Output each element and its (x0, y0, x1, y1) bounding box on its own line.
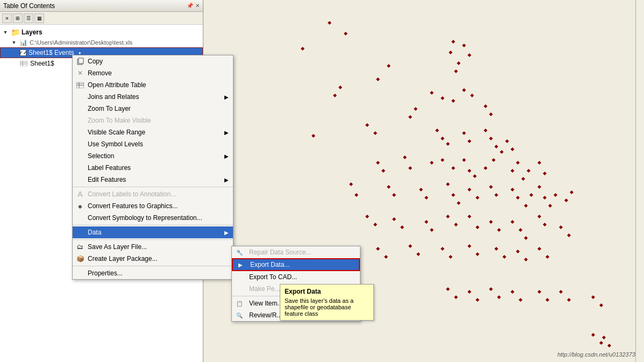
menu-use-symbol-label: Use Symbol Levels (88, 140, 143, 148)
sheet-events-label: Sheet1$ Events (29, 49, 74, 56)
submenu-export-data[interactable]: ▶ Export Data... (232, 258, 360, 271)
map-dot (400, 225, 404, 229)
menu-convert-labels-label: Convert Labels to Annotation... (88, 190, 176, 198)
map-dot (468, 139, 471, 143)
menu-data[interactable]: Data ▶ (73, 226, 233, 238)
menu-selection-label: Selection (88, 152, 114, 160)
menu-visible-scale[interactable]: Visible Scale Range ▶ (73, 126, 233, 138)
selection-arrow: ▶ (224, 153, 229, 159)
menu-use-symbol[interactable]: Use Symbol Levels (73, 138, 233, 150)
menu-save-layer[interactable]: 🗂 Save As Layer File... (73, 241, 233, 253)
map-dot (419, 188, 423, 191)
convert-features-icon: ◆ (75, 201, 86, 211)
map-dot (537, 247, 541, 251)
map-dot (414, 107, 417, 111)
path-row: ▼ 📊 C:\Users\Administrator\Desktop\test.… (0, 38, 203, 47)
menu-zoom-visible-label: Zoom To Make Visible (88, 117, 151, 124)
sep-1 (73, 187, 233, 187)
map-dot (489, 220, 493, 224)
pin-icon: 📌 (187, 3, 193, 9)
path-label: C:\Users\Administrator\Desktop\test.xls (30, 39, 132, 46)
map-dot (537, 185, 541, 189)
map-dot (408, 244, 412, 248)
copy-icon (75, 56, 86, 67)
map-dot (516, 161, 520, 165)
menu-remove[interactable]: ✕ Remove (73, 67, 233, 79)
menu-convert-symbology[interactable]: Convert Symbology to Representation... (73, 212, 233, 224)
map-dot (468, 215, 471, 218)
map-dot (489, 137, 493, 140)
map-dot (468, 244, 471, 248)
map-dot (451, 193, 455, 197)
scrollbar-right[interactable] (635, 0, 644, 362)
map-dot (441, 158, 444, 162)
menu-label-features[interactable]: Label Features (73, 162, 233, 174)
path-icon: 📊 (19, 39, 27, 46)
map-dot (500, 150, 504, 154)
map-dot (312, 134, 315, 138)
map-dot (489, 112, 493, 116)
map-dot (546, 255, 549, 259)
toc-btn-2[interactable]: ⊞ (13, 13, 23, 23)
map-dot (602, 336, 606, 339)
menu-copy[interactable]: Copy (73, 55, 233, 67)
map-dot (468, 290, 471, 294)
submenu-export-cad[interactable]: Export To CAD... (232, 271, 360, 283)
toc-btn-3[interactable]: ☰ (24, 13, 33, 23)
path-expand[interactable]: ▼ (11, 39, 17, 46)
map-dot (527, 169, 530, 173)
menu-zoom-visible: Zoom To Make Visible (73, 115, 233, 126)
map-dot (446, 182, 450, 186)
map-dot (449, 51, 452, 54)
map-dot (301, 47, 305, 51)
map-dot (446, 215, 450, 218)
menu-properties[interactable]: Properties... (73, 267, 233, 279)
table-icon (19, 59, 28, 68)
close-icon[interactable]: ✕ (195, 3, 200, 9)
map-dot (468, 169, 471, 173)
map-dot (537, 215, 541, 218)
toc-btn-4[interactable]: ▦ (34, 13, 44, 23)
menu-edit-features[interactable]: Edit Features ▶ (73, 174, 233, 186)
map-dot (516, 196, 520, 200)
sep-3 (73, 239, 233, 240)
menu-convert-features[interactable]: ◆ Convert Features to Graphics... (73, 200, 233, 212)
map-dot (537, 161, 541, 165)
toc-btn-1[interactable]: ≡ (2, 13, 12, 23)
menu-joins-label: Joins and Relates (88, 93, 139, 101)
sep-2 (73, 225, 233, 225)
map-dot (511, 290, 514, 294)
map-dot (365, 123, 369, 127)
map-dot (349, 182, 353, 186)
map-dot (451, 99, 455, 103)
submenu-export-cad-label: Export To CAD... (249, 273, 297, 281)
sheet-events-checkbox[interactable]: ✓ (20, 49, 26, 56)
menu-joins[interactable]: Joins and Relates ▶ (73, 91, 233, 103)
map-dot (546, 298, 549, 302)
map-dot (489, 185, 493, 189)
map-dot (451, 166, 455, 170)
layers-expand[interactable]: ▼ (2, 29, 9, 36)
menu-open-attribute[interactable]: Open Attribute Table (73, 79, 233, 91)
map-dot (430, 228, 434, 232)
menu-zoom-layer-label: Zoom To Layer (88, 105, 131, 112)
map-dot (441, 247, 444, 251)
map-dot (462, 44, 466, 47)
menu-zoom-layer[interactable]: Zoom To Layer (73, 103, 233, 115)
layers-row: ▼ 📁 Layers (0, 27, 203, 38)
menu-data-label: Data (88, 229, 101, 236)
map-dot (473, 174, 477, 178)
export-data-icon: ▶ (235, 259, 246, 270)
map-dot (511, 188, 514, 191)
map-dot (559, 290, 563, 294)
map-dot (430, 91, 434, 95)
map-dot (607, 344, 611, 347)
menu-create-package[interactable]: 📦 Create Layer Package... (73, 253, 233, 265)
sheet2-label: Sheet1$ (30, 60, 54, 67)
map-dot (338, 86, 342, 89)
map-dot (424, 196, 428, 200)
map-dot (599, 341, 603, 345)
menu-selection[interactable]: Selection ▶ (73, 150, 233, 162)
map-dot (376, 247, 380, 251)
toc-toolbar: ≡ ⊞ ☰ ▦ (0, 12, 203, 25)
